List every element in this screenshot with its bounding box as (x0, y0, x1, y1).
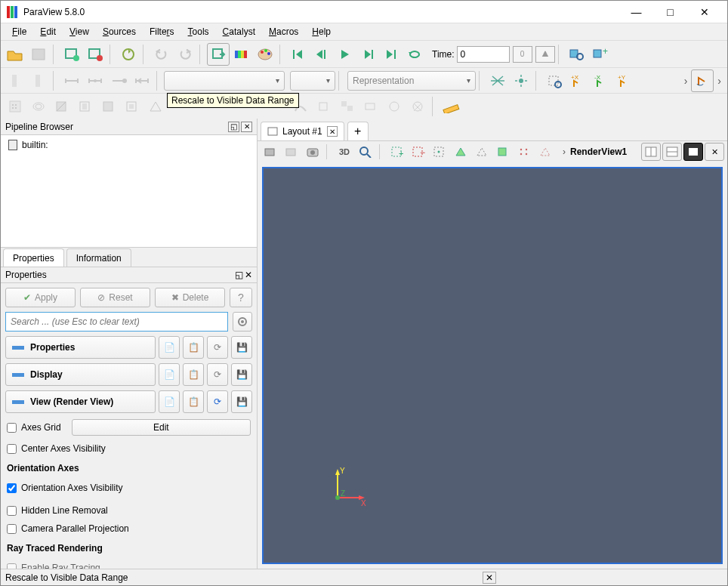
layout-tab-close-button[interactable]: ✕ (327, 126, 338, 137)
section-properties-header[interactable]: Properties (5, 336, 156, 359)
zoom-to-data-button[interactable] (510, 69, 532, 92)
warp-button[interactable] (313, 95, 335, 118)
time-input[interactable] (457, 46, 510, 63)
maximize-view-button[interactable] (683, 143, 703, 161)
extract-level-button[interactable] (359, 95, 382, 118)
zoom-to-box-button[interactable] (543, 69, 566, 92)
deselect-cells-button[interactable]: − (409, 143, 428, 161)
pipeline-item-builtin[interactable]: builtin: (5, 138, 252, 152)
select-block-button[interactable] (493, 143, 513, 161)
menu-macros[interactable]: Macros (262, 25, 305, 39)
hover-select-button[interactable] (535, 143, 555, 161)
axis-rotate-button[interactable] (691, 69, 714, 92)
disconnect-button[interactable] (84, 43, 106, 66)
save-data-button[interactable] (27, 43, 50, 66)
camera-reset-button[interactable] (261, 143, 280, 161)
help-button[interactable]: ? (230, 288, 252, 307)
prev-frame-button[interactable] (310, 43, 333, 66)
enable-ray-checkbox[interactable] (7, 563, 17, 569)
scalar-coloring-combo[interactable]: ▾ (164, 71, 285, 91)
cell-data-button[interactable] (383, 95, 406, 118)
minus-x-button[interactable]: -X (590, 69, 612, 92)
menu-tools[interactable]: Tools (181, 25, 216, 39)
rescale-data-range-button[interactable] (60, 69, 83, 92)
find-data-button[interactable] (566, 43, 588, 66)
copy-view-button[interactable]: 📄 (159, 390, 180, 413)
paste-props-button[interactable]: 📋 (183, 336, 204, 359)
select-cells-button[interactable]: + (387, 143, 407, 161)
next-frame-button[interactable] (357, 43, 380, 66)
copy-props-button[interactable]: 📄 (159, 336, 180, 359)
menu-view[interactable]: View (63, 25, 96, 39)
menu-edit[interactable]: Edit (33, 25, 63, 39)
play-button[interactable] (334, 43, 356, 66)
properties-search-input[interactable] (5, 312, 228, 332)
menu-catalyst[interactable]: Catalyst (216, 25, 262, 39)
color-palette-button[interactable] (254, 43, 276, 66)
calculator-button[interactable] (4, 95, 26, 118)
layout-tab-1[interactable]: Layout #1 ✕ (261, 122, 344, 140)
close-view-button[interactable]: ✕ (705, 143, 724, 161)
save-display-button[interactable]: 💾 (231, 363, 252, 386)
interactive-select-button[interactable] (514, 143, 534, 161)
copy-display-button[interactable]: 📄 (159, 363, 180, 386)
plus-y-button[interactable]: +Y (613, 69, 636, 92)
glyph-button[interactable] (144, 95, 167, 118)
last-frame-button[interactable] (381, 43, 403, 66)
axes-grid-edit-button[interactable]: Edit (72, 419, 251, 436)
section-view-header[interactable]: View (Render View) (5, 390, 156, 413)
split-h-button[interactable] (641, 143, 661, 161)
menu-sources[interactable]: Sources (96, 25, 143, 39)
frame-spinner[interactable]: 0 (513, 46, 532, 63)
minimize-button[interactable]: — (619, 2, 653, 23)
pipeline-close-button[interactable]: ✕ (241, 122, 252, 132)
paste-display-button[interactable]: 📋 (183, 363, 204, 386)
rescale-custom-button[interactable] (84, 69, 106, 92)
orientation-axes-vis-checkbox[interactable] (7, 483, 17, 493)
reset-camera-button[interactable] (486, 69, 509, 92)
menu-filters[interactable]: Filters (143, 25, 181, 39)
color-map-button[interactable] (230, 43, 253, 66)
contour-button[interactable] (27, 95, 50, 118)
properties-close-button[interactable]: ✕ (245, 270, 252, 280)
hidden-line-checkbox[interactable] (7, 506, 17, 516)
select-points-button[interactable] (430, 143, 449, 161)
auto-apply-button[interactable] (207, 43, 230, 66)
render-viewport[interactable]: Y X Z (262, 167, 723, 564)
open-file-button[interactable] (4, 43, 26, 66)
delete-button[interactable]: ✖Delete (155, 288, 225, 307)
camera-undo-button[interactable] (282, 143, 301, 161)
representation-combo[interactable]: Representation▾ (347, 71, 476, 91)
status-close-button[interactable]: ✕ (483, 572, 496, 584)
point-data-button[interactable] (406, 95, 429, 118)
properties-float-button[interactable]: ◱ (235, 270, 243, 280)
reload-button[interactable] (117, 43, 140, 66)
rescale-temporal-button[interactable] (107, 69, 130, 92)
split-v-button[interactable] (662, 143, 682, 161)
menu-file[interactable]: File (5, 25, 33, 39)
undo-button[interactable] (150, 43, 173, 66)
menu-help[interactable]: Help (305, 25, 338, 39)
rescale-visible-button[interactable] (131, 69, 153, 92)
restore-view-button[interactable]: ⟳ (207, 390, 228, 413)
axes-grid-checkbox[interactable] (7, 423, 17, 433)
select-cells-poly-button[interactable] (451, 143, 470, 161)
layout-tab-add-button[interactable]: + (347, 122, 369, 140)
center-axes-checkbox[interactable] (7, 444, 17, 454)
pipeline-tree[interactable]: builtin: (1, 135, 257, 247)
add-view-button[interactable]: + (589, 43, 612, 66)
select-points-poly-button[interactable] (472, 143, 492, 161)
tab-information[interactable]: Information (66, 248, 131, 267)
threshold-button[interactable] (97, 95, 120, 118)
restore-props-button[interactable]: ⟳ (207, 336, 228, 359)
component-combo[interactable]: ▾ (290, 71, 335, 91)
paste-view-button[interactable]: 📋 (183, 390, 204, 413)
interaction-mode-button[interactable]: 3D (335, 143, 354, 161)
maximize-button[interactable]: □ (653, 2, 687, 23)
connect-button[interactable] (60, 43, 83, 66)
apply-button[interactable]: ✔Apply (5, 288, 76, 307)
loop-button[interactable] (404, 43, 427, 66)
zoom-button[interactable] (356, 143, 375, 161)
show-color-legend-button[interactable] (4, 69, 26, 92)
pipeline-float-button[interactable]: ◱ (228, 122, 239, 132)
